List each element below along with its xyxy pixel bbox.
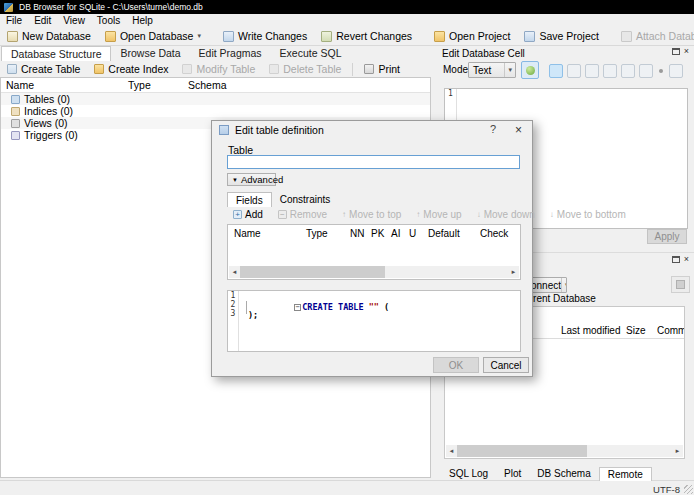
tab-plot[interactable]: Plot	[496, 467, 529, 481]
advanced-button[interactable]: ▼ Advanced	[227, 173, 276, 186]
scroll-right-icon[interactable]: ►	[672, 448, 683, 454]
create-table-button[interactable]: Create Table	[0, 61, 87, 78]
line-number: 1	[445, 89, 456, 98]
help-button[interactable]: ?	[490, 123, 496, 135]
chevron-down-icon: ▼	[232, 177, 238, 183]
print-button[interactable]: Print	[357, 61, 407, 78]
mode-select[interactable]: Text ▾	[468, 62, 516, 78]
col-nn[interactable]: NN	[350, 228, 364, 239]
col-ai[interactable]: AI	[391, 228, 400, 239]
remote-column-commit[interactable]: Commit	[657, 325, 685, 336]
text-view-icon[interactable]	[549, 64, 563, 78]
advanced-label: Advanced	[241, 174, 283, 185]
remote-column-size[interactable]: Size	[626, 325, 645, 336]
save-as-icon[interactable]	[621, 64, 635, 78]
fields-horizontal-scrollbar[interactable]: ◄ ►	[229, 266, 519, 278]
tab-remote[interactable]: Remote	[599, 467, 652, 481]
menu-file[interactable]: File	[0, 15, 28, 26]
col-name[interactable]: Name	[234, 228, 261, 239]
null-dot-icon[interactable]	[659, 69, 663, 73]
fold-guide-line	[246, 301, 247, 314]
tab-fields[interactable]: Fields	[227, 192, 272, 207]
move-to-bottom-icon: ↓	[550, 210, 554, 219]
open-database-dropdown-icon[interactable]: ▾	[197, 32, 201, 40]
binary-view-icon[interactable]	[567, 64, 581, 78]
tab-db-schema[interactable]: DB Schema	[529, 467, 598, 481]
col-check[interactable]: Check	[480, 228, 508, 239]
open-project-label: Open Project	[449, 30, 510, 42]
indices-icon	[11, 107, 20, 116]
create-table-label: Create Table	[21, 63, 80, 75]
remote-column-last-modified[interactable]: Last modified	[561, 325, 620, 336]
open-database-button[interactable]: Open Database ▾	[98, 28, 208, 45]
import-file-icon[interactable]	[585, 64, 599, 78]
tree-column-schema[interactable]: Schema	[188, 79, 227, 91]
add-icon: +	[233, 210, 242, 219]
scrollbar-thumb[interactable]	[240, 266, 385, 278]
tree-row-tables[interactable]: Tables (0)	[1, 93, 430, 105]
tab-browse-data[interactable]: Browse Data	[111, 46, 189, 61]
tab-execute-sql[interactable]: Execute SQL	[271, 46, 351, 61]
tree-header: Name Type Schema	[1, 78, 430, 93]
col-u[interactable]: U	[409, 228, 416, 239]
open-project-button[interactable]: Open Project	[427, 28, 517, 45]
scrollbar-thumb[interactable]	[457, 445, 587, 457]
menu-help[interactable]: Help	[126, 15, 159, 26]
scroll-left-icon[interactable]: ◄	[229, 269, 240, 275]
status-bar: UTF-8	[0, 480, 694, 495]
move-down-button: ↓ Move down	[472, 209, 540, 220]
modify-table-icon	[182, 64, 192, 74]
export-file-icon[interactable]	[603, 64, 617, 78]
line-number: 3	[228, 309, 238, 318]
move-down-label: Move down	[484, 209, 535, 220]
tables-icon	[11, 95, 20, 104]
add-field-button[interactable]: + Add	[228, 209, 268, 220]
tree-column-name[interactable]: Name	[6, 79, 34, 91]
close-dock-icon[interactable]: ×	[684, 47, 689, 56]
col-default[interactable]: Default	[428, 228, 460, 239]
scroll-right-icon[interactable]: ►	[508, 269, 519, 275]
col-pk[interactable]: PK	[371, 228, 384, 239]
line-number: 1	[228, 291, 238, 300]
tab-edit-pragmas[interactable]: Edit Pragmas	[190, 46, 271, 61]
tab-constraints[interactable]: Constraints	[272, 192, 339, 207]
tab-database-structure[interactable]: Database Structure	[1, 46, 111, 61]
close-dock-icon[interactable]: ×	[684, 255, 689, 264]
new-database-button[interactable]: New Database	[0, 28, 98, 45]
edit-cell-dock-title: Edit Database Cell	[442, 48, 525, 59]
tree-row-indices[interactable]: Indices (0)	[1, 105, 430, 117]
revert-changes-button[interactable]: Revert Changes	[314, 28, 419, 45]
tree-column-type[interactable]: Type	[128, 79, 151, 91]
dialog-close-button[interactable]: ×	[515, 123, 522, 137]
fullscreen-icon[interactable]	[639, 64, 653, 78]
window-title: DB Browser for SQLite - C:\Users\turne\d…	[19, 2, 203, 12]
cancel-button[interactable]: Cancel	[483, 357, 529, 373]
scroll-left-icon[interactable]: ◄	[446, 448, 457, 454]
auto-apply-toggle-button[interactable]	[521, 61, 539, 79]
main-tab-bar: Database Structure Browse Data Edit Prag…	[1, 46, 350, 61]
dialog-title-bar: Edit table definition ? ×	[212, 121, 532, 139]
tab-sql-log[interactable]: SQL Log	[441, 467, 496, 481]
move-to-bottom-label: Move to bottom	[557, 209, 626, 220]
move-to-top-label: Move to top	[349, 209, 401, 220]
table-name-input[interactable]	[227, 155, 520, 169]
remove-field-button: − Remove	[273, 209, 332, 220]
tree-row-label: Indices (0)	[24, 105, 73, 117]
remote-horizontal-scrollbar[interactable]: ◄ ►	[446, 445, 683, 457]
menu-tools[interactable]: Tools	[91, 15, 126, 26]
menu-view[interactable]: View	[57, 15, 91, 26]
write-changes-button[interactable]: Write Changes	[216, 28, 314, 45]
fold-marker-icon[interactable]: −	[294, 304, 301, 311]
create-index-button[interactable]: Create Index	[87, 61, 175, 78]
float-dock-icon[interactable]	[672, 256, 680, 263]
float-dock-icon[interactable]	[672, 48, 680, 55]
remove-label: Remove	[290, 209, 327, 220]
save-project-button[interactable]: Save Project	[517, 28, 606, 45]
col-type[interactable]: Type	[306, 228, 328, 239]
open-database-label: Open Database	[120, 30, 194, 42]
menu-edit[interactable]: Edit	[28, 15, 57, 26]
resize-grip[interactable]	[684, 485, 693, 494]
delete-table-icon	[269, 64, 279, 74]
print-cell-icon[interactable]	[669, 64, 683, 78]
identity-settings-button[interactable]	[671, 276, 690, 293]
